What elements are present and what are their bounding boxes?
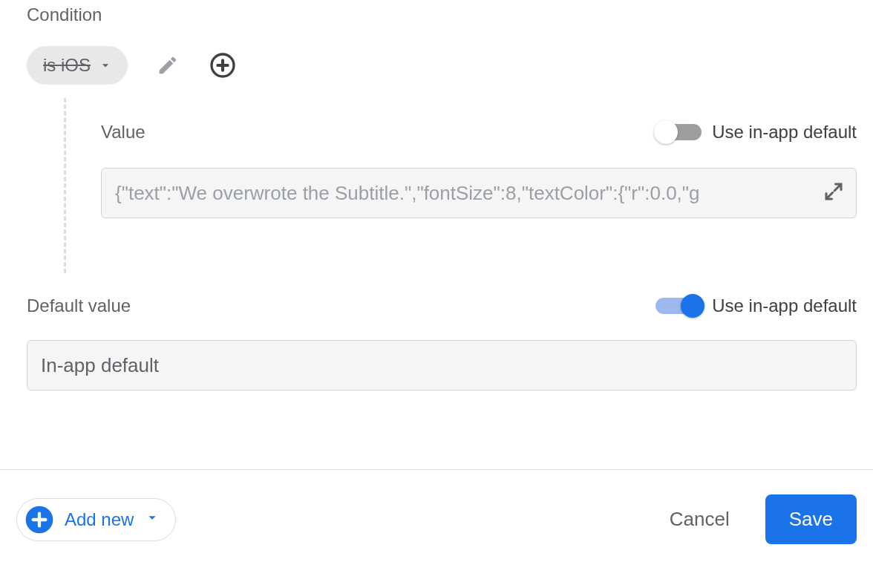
save-button[interactable]: Save (765, 494, 857, 544)
condition-section-label: Condition (27, 4, 102, 25)
footer-divider (0, 469, 873, 470)
cancel-button[interactable]: Cancel (664, 500, 736, 538)
default-value-input[interactable] (27, 340, 857, 391)
value-input[interactable] (101, 168, 857, 218)
add-circle-icon[interactable] (208, 50, 238, 80)
condition-chip-text: is iOS (43, 55, 91, 76)
caret-down-icon (98, 58, 113, 73)
add-new-button[interactable]: Add new (16, 498, 176, 541)
add-new-label: Add new (65, 509, 134, 530)
value-use-default-label: Use in-app default (712, 122, 857, 143)
value-use-default-toggle[interactable] (655, 124, 702, 140)
caret-down-icon (144, 509, 160, 530)
value-section-label: Value (101, 122, 146, 143)
condition-chip[interactable]: is iOS (27, 46, 128, 85)
expand-icon[interactable] (823, 180, 845, 206)
plus-circle-icon (24, 505, 54, 535)
pencil-icon[interactable] (153, 50, 183, 80)
condition-connector-line (64, 98, 66, 273)
default-use-default-label: Use in-app default (712, 295, 857, 316)
default-value-section-label: Default value (27, 295, 131, 316)
default-use-default-toggle[interactable] (655, 298, 702, 314)
